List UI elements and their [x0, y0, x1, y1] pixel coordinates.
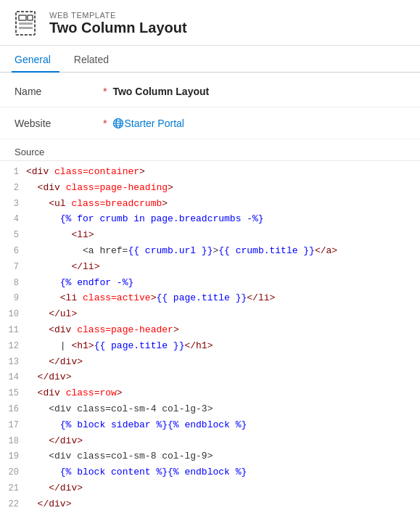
website-label: Website: [15, 118, 102, 129]
code-line: 9 <li class=active>{{ page.title }}</li>: [0, 290, 420, 306]
source-label: Source: [0, 142, 420, 161]
name-row: Name * Two Column Layout: [0, 75, 420, 107]
code-line: 7 </li>: [0, 259, 420, 275]
header-meta: WEB TEMPLATE Two Column Layout: [49, 11, 187, 36]
code-line: 10 </ul>: [0, 306, 420, 322]
code-line: 22 </div>: [0, 496, 420, 512]
page-header-area: WEB TEMPLATE Two Column Layout: [0, 0, 420, 46]
code-line: 18 </div>: [0, 433, 420, 449]
website-row: Website * Starter Portal: [0, 107, 420, 139]
source-code-block: 1<div class=container>2 <div class=page-…: [0, 161, 420, 513]
template-icon: [12, 9, 41, 38]
svg-rect-4: [19, 27, 33, 29]
code-line: 12 | <h1>{{ page.title }}</h1>: [0, 338, 420, 354]
code-line: 1<div class=container>: [0, 164, 420, 180]
name-label: Name: [15, 86, 102, 97]
code-line: 4 {% for crumb in page.breadcrumbs -%}: [0, 211, 420, 227]
header-title: Two Column Layout: [49, 20, 187, 36]
code-line: 21 </div>: [0, 480, 420, 496]
svg-rect-1: [19, 15, 26, 20]
code-line: 16 <div class=col-sm-4 col-lg-3>: [0, 401, 420, 417]
code-line: 3 <ul class=breadcrumb>: [0, 196, 420, 212]
code-line: 11 <div class=page-header>: [0, 322, 420, 338]
tabs-bar: General Related: [0, 47, 420, 73]
name-value: Two Column Layout: [112, 86, 209, 97]
header-meta-label: WEB TEMPLATE: [49, 11, 187, 20]
website-required-star: *: [103, 118, 107, 129]
code-line: 2 <div class=page-heading>: [0, 180, 420, 196]
svg-rect-3: [19, 22, 33, 25]
code-line: 15 <div class=row>: [0, 385, 420, 401]
code-line: 5 <li>: [0, 227, 420, 243]
code-line: 20 {% block content %}{% endblock %}: [0, 464, 420, 480]
tab-related[interactable]: Related: [71, 48, 118, 73]
code-line: 6 <a href={{ crumb.url }}>{{ crumb.title…: [0, 243, 420, 259]
code-line: 14 </div>: [0, 369, 420, 385]
name-required-star: *: [103, 86, 107, 97]
code-line: 17 {% block sidebar %}{% endblock %}: [0, 417, 420, 433]
code-line: 19 <div class=col-sm-8 col-lg-9>: [0, 448, 420, 464]
globe-icon: [112, 118, 124, 129]
svg-rect-2: [28, 15, 33, 20]
tab-general[interactable]: General: [12, 48, 59, 73]
website-link[interactable]: Starter Portal: [124, 118, 184, 129]
form-section: Name * Two Column Layout Website * Start…: [0, 73, 420, 142]
code-line: 13 </div>: [0, 354, 420, 370]
code-line: 8 {% endfor -%}: [0, 275, 420, 291]
